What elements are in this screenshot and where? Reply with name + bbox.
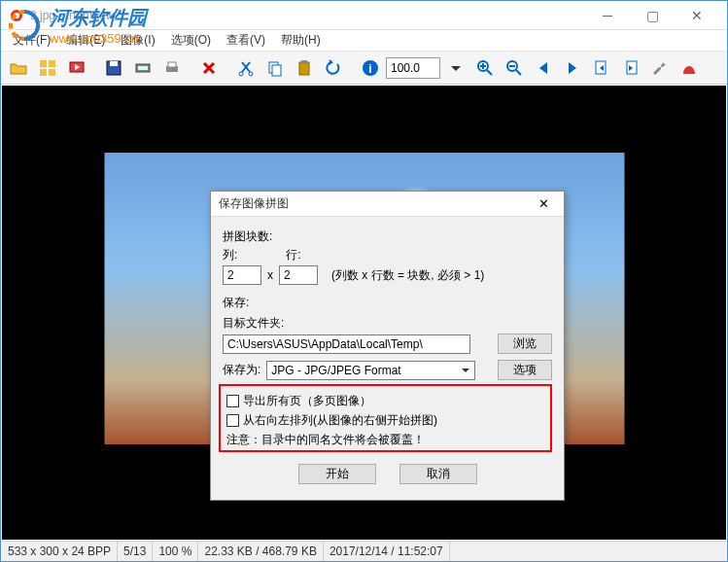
statusbar: 533 x 300 x 24 BPP 5/13 100 % 22.33 KB /… (2, 541, 726, 561)
status-datetime: 2017/12/14 / 11:52:07 (324, 542, 450, 561)
menubar: 文件(F) 编辑(E) 图像(I) 选项(O) 查看(V) 帮助(H) (1, 30, 727, 52)
chevron-down-icon (461, 366, 470, 375)
arrow-right-icon (563, 58, 582, 78)
zoom-in-button[interactable] (471, 54, 499, 82)
cut-icon (236, 58, 256, 78)
menu-options[interactable]: 选项(O) (163, 30, 219, 51)
dialog-body: 拼图块数: 列: 行: x (列数 x 行数 = 块数, 必须 > 1) 保存:… (211, 217, 564, 500)
menu-edit[interactable]: 编辑(E) (58, 30, 113, 51)
main-window: 3.jpg - IrfanView ─ ▢ ✕ 文件(F) 编辑(E) 图像(I… (0, 0, 728, 562)
menu-image[interactable]: 图像(I) (113, 30, 162, 51)
overwrite-warning: 注意：目录中的同名文件将会被覆盖！ (226, 432, 544, 448)
maximize-button[interactable]: ▢ (630, 1, 675, 30)
delete-icon (199, 58, 219, 78)
wrench-icon (650, 58, 670, 78)
menu-view[interactable]: 查看(V) (219, 30, 273, 51)
zoom-out-icon (504, 58, 524, 78)
window-title: 3.jpg - IrfanView (30, 9, 585, 22)
options-button[interactable]: 选项 (498, 360, 552, 380)
status-dimensions: 533 x 300 x 24 BPP (2, 542, 118, 561)
open-button[interactable] (5, 54, 32, 82)
thumbnails-button[interactable] (34, 54, 61, 82)
tiles-hint: (列数 x 行数 = 块数, 必须 > 1) (331, 267, 484, 284)
undo-icon (324, 58, 343, 78)
toolbar: i (1, 52, 727, 85)
cols-input[interactable] (223, 265, 261, 285)
svg-rect-5 (49, 69, 55, 76)
zoom-out-button[interactable] (501, 54, 528, 82)
slideshow-button[interactable] (63, 54, 90, 82)
x-separator: x (267, 268, 273, 282)
saveas-label: 保存为: (223, 362, 260, 378)
cancel-button[interactable]: 取消 (399, 464, 477, 484)
scan-icon (133, 58, 153, 78)
about-button[interactable] (676, 54, 703, 82)
save-icon (104, 58, 123, 78)
export-all-pages-label: 导出所有页（多页图像） (243, 393, 371, 409)
svg-rect-4 (40, 69, 47, 76)
info-button[interactable]: i (357, 54, 384, 82)
dialog-close-button[interactable]: ✕ (531, 193, 556, 215)
format-value: JPG - JPG/JPEG Format (271, 364, 400, 377)
rows-label: 行: (286, 247, 300, 263)
next-file-button[interactable] (559, 54, 586, 82)
slideshow-icon (67, 58, 87, 78)
settings-button[interactable] (646, 54, 674, 82)
menu-help[interactable]: 帮助(H) (273, 30, 329, 51)
dialog-title: 保存图像拼图 (219, 195, 531, 212)
next-page-button[interactable] (617, 54, 644, 82)
browse-button[interactable]: 浏览 (498, 334, 552, 354)
cat-icon (679, 58, 699, 78)
prev-page-button[interactable] (588, 54, 615, 82)
folder-open-icon (9, 58, 28, 78)
copy-icon (265, 58, 285, 78)
close-button[interactable]: ✕ (675, 1, 719, 30)
save-button[interactable] (100, 54, 127, 82)
tiles-section-label: 拼图块数: (223, 228, 552, 245)
page-next-icon (621, 58, 641, 78)
svg-text:i: i (368, 62, 371, 76)
cols-label: 列: (223, 247, 237, 263)
paste-icon (295, 58, 314, 78)
thumbs-icon (38, 58, 57, 78)
rows-input[interactable] (279, 265, 318, 285)
scan-button[interactable] (129, 54, 156, 82)
status-zoom: 100 % (153, 542, 198, 561)
format-select[interactable]: JPG - JPG/JPEG Format (266, 361, 475, 380)
zoom-in-icon (475, 58, 495, 78)
save-panorama-dialog: 保存图像拼图 ✕ 拼图块数: 列: 行: x (列数 x 行数 = 块数, 必须… (210, 191, 565, 501)
dialog-titlebar: 保存图像拼图 ✕ (211, 192, 564, 217)
arrow-left-icon (534, 58, 553, 78)
svg-point-14 (249, 72, 253, 76)
print-button[interactable] (158, 54, 186, 82)
app-icon (9, 8, 24, 23)
zoom-input[interactable] (386, 57, 440, 79)
copy-button[interactable] (261, 54, 289, 82)
svg-rect-12 (168, 62, 176, 67)
right-to-left-label: 从右向左排列(从图像的右侧开始拼图) (243, 412, 437, 429)
svg-point-13 (239, 72, 243, 76)
paste-button[interactable] (291, 54, 318, 82)
svg-rect-2 (40, 60, 47, 67)
print-icon (162, 58, 182, 78)
chevron-down-icon (446, 58, 466, 78)
right-to-left-checkbox[interactable] (226, 414, 239, 427)
zoom-dropdown[interactable] (442, 54, 469, 82)
save-section-label: 保存: (223, 295, 552, 311)
svg-point-1 (14, 13, 19, 18)
titlebar: 3.jpg - IrfanView ─ ▢ ✕ (1, 1, 727, 30)
undo-button[interactable] (320, 54, 347, 82)
menu-file[interactable]: 文件(F) (5, 30, 58, 51)
cut-button[interactable] (232, 54, 260, 82)
window-controls: ─ ▢ ✕ (585, 1, 719, 30)
delete-button[interactable] (195, 54, 223, 82)
start-button[interactable]: 开始 (298, 464, 376, 484)
prev-file-button[interactable] (530, 54, 557, 82)
minimize-button[interactable]: ─ (585, 1, 630, 30)
export-all-pages-checkbox[interactable] (226, 395, 239, 407)
status-size: 22.33 KB / 468.79 KB (198, 542, 323, 561)
page-prev-icon (592, 58, 611, 78)
info-icon: i (361, 58, 380, 78)
folder-input[interactable] (223, 334, 470, 354)
svg-rect-8 (110, 61, 118, 66)
